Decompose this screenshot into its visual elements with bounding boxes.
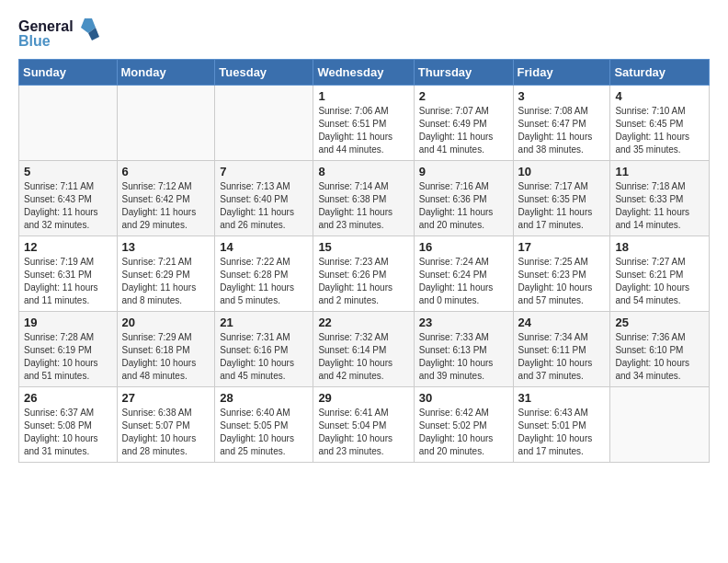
day-number: 31: [518, 391, 606, 405]
calendar-cell: 27Sunrise: 6:38 AMSunset: 5:07 PMDayligh…: [117, 387, 215, 463]
day-number: 29: [318, 391, 408, 405]
logo: General Blue: [18, 15, 101, 52]
calendar-cell: 17Sunrise: 7:25 AMSunset: 6:23 PMDayligh…: [513, 236, 610, 312]
day-number: 19: [24, 316, 112, 329]
calendar-table: SundayMondayTuesdayWednesdayThursdayFrid…: [18, 59, 710, 463]
day-number: 20: [122, 316, 210, 329]
day-info: Sunrise: 7:14 AMSunset: 6:38 PMDaylight:…: [318, 180, 408, 232]
calendar-cell: 26Sunrise: 6:37 AMSunset: 5:08 PMDayligh…: [19, 387, 118, 463]
day-number: 4: [615, 89, 704, 103]
calendar-cell: 30Sunrise: 6:42 AMSunset: 5:02 PMDayligh…: [414, 387, 513, 463]
day-header-wednesday: Wednesday: [313, 60, 414, 86]
calendar-cell: 28Sunrise: 6:40 AMSunset: 5:05 PMDayligh…: [215, 387, 313, 463]
day-info: Sunrise: 7:10 AMSunset: 6:45 PMDaylight:…: [615, 105, 704, 156]
calendar-cell: [610, 387, 710, 463]
day-number: 5: [24, 165, 112, 178]
day-number: 11: [615, 165, 704, 178]
day-number: 27: [122, 391, 210, 405]
calendar-cell: 29Sunrise: 6:41 AMSunset: 5:04 PMDayligh…: [313, 387, 414, 463]
day-number: 1: [318, 89, 408, 103]
day-number: 16: [419, 240, 508, 254]
calendar-cell: 25Sunrise: 7:36 AMSunset: 6:10 PMDayligh…: [610, 312, 710, 387]
day-number: 28: [220, 391, 308, 405]
day-info: Sunrise: 6:41 AMSunset: 5:04 PMDaylight:…: [318, 407, 408, 458]
calendar-cell: 3Sunrise: 7:08 AMSunset: 6:47 PMDaylight…: [513, 86, 610, 161]
day-info: Sunrise: 6:42 AMSunset: 5:02 PMDaylight:…: [419, 407, 508, 458]
day-info: Sunrise: 7:16 AMSunset: 6:36 PMDaylight:…: [419, 180, 508, 232]
day-info: Sunrise: 7:32 AMSunset: 6:14 PMDaylight:…: [318, 331, 408, 383]
calendar-cell: 31Sunrise: 6:43 AMSunset: 5:01 PMDayligh…: [513, 387, 610, 463]
calendar-week-row: 19Sunrise: 7:28 AMSunset: 6:19 PMDayligh…: [19, 312, 710, 387]
svg-text:General: General: [18, 18, 74, 34]
calendar-cell: 22Sunrise: 7:32 AMSunset: 6:14 PMDayligh…: [313, 312, 414, 387]
day-number: 13: [122, 240, 210, 254]
day-info: Sunrise: 7:06 AMSunset: 6:51 PMDaylight:…: [318, 105, 408, 156]
calendar-cell: 23Sunrise: 7:33 AMSunset: 6:13 PMDayligh…: [414, 312, 513, 387]
day-number: 22: [318, 316, 408, 329]
day-info: Sunrise: 6:37 AMSunset: 5:08 PMDaylight:…: [24, 407, 112, 458]
day-info: Sunrise: 6:38 AMSunset: 5:07 PMDaylight:…: [122, 407, 210, 458]
day-info: Sunrise: 7:33 AMSunset: 6:13 PMDaylight:…: [419, 331, 508, 383]
day-number: 10: [518, 165, 606, 178]
calendar-cell: 9Sunrise: 7:16 AMSunset: 6:36 PMDaylight…: [414, 161, 513, 236]
day-info: Sunrise: 7:24 AMSunset: 6:24 PMDaylight:…: [419, 256, 508, 307]
calendar-week-row: 26Sunrise: 6:37 AMSunset: 5:08 PMDayligh…: [19, 387, 710, 463]
calendar-week-row: 5Sunrise: 7:11 AMSunset: 6:43 PMDaylight…: [19, 161, 710, 236]
day-number: 23: [419, 316, 508, 329]
calendar-cell: 24Sunrise: 7:34 AMSunset: 6:11 PMDayligh…: [513, 312, 610, 387]
day-number: 30: [419, 391, 508, 405]
calendar-cell: 5Sunrise: 7:11 AMSunset: 6:43 PMDaylight…: [19, 161, 118, 236]
day-info: Sunrise: 7:29 AMSunset: 6:18 PMDaylight:…: [122, 331, 210, 383]
day-info: Sunrise: 7:08 AMSunset: 6:47 PMDaylight:…: [518, 105, 606, 156]
day-header-monday: Monday: [117, 60, 215, 86]
day-info: Sunrise: 7:17 AMSunset: 6:35 PMDaylight:…: [518, 180, 606, 232]
day-info: Sunrise: 7:18 AMSunset: 6:33 PMDaylight:…: [615, 180, 704, 232]
day-header-thursday: Thursday: [414, 60, 513, 86]
header: General Blue: [18, 15, 710, 52]
day-info: Sunrise: 6:43 AMSunset: 5:01 PMDaylight:…: [518, 407, 606, 458]
day-number: 21: [220, 316, 308, 329]
day-number: 12: [24, 240, 112, 254]
calendar-page: General Blue SundayMondayTuesdayWednesda…: [0, 0, 728, 481]
calendar-cell: 18Sunrise: 7:27 AMSunset: 6:21 PMDayligh…: [610, 236, 710, 312]
day-info: Sunrise: 7:28 AMSunset: 6:19 PMDaylight:…: [24, 331, 112, 383]
calendar-cell: 19Sunrise: 7:28 AMSunset: 6:19 PMDayligh…: [19, 312, 118, 387]
calendar-week-row: 1Sunrise: 7:06 AMSunset: 6:51 PMDaylight…: [19, 86, 710, 161]
calendar-cell: 16Sunrise: 7:24 AMSunset: 6:24 PMDayligh…: [414, 236, 513, 312]
day-info: Sunrise: 7:22 AMSunset: 6:28 PMDaylight:…: [220, 256, 308, 307]
day-info: Sunrise: 7:23 AMSunset: 6:26 PMDaylight:…: [318, 256, 408, 307]
day-number: 3: [518, 89, 606, 103]
day-number: 24: [518, 316, 606, 329]
day-number: 25: [615, 316, 704, 329]
day-number: 26: [24, 391, 112, 405]
day-header-saturday: Saturday: [610, 60, 710, 86]
day-info: Sunrise: 7:25 AMSunset: 6:23 PMDaylight:…: [518, 256, 606, 307]
calendar-cell: 6Sunrise: 7:12 AMSunset: 6:42 PMDaylight…: [117, 161, 215, 236]
day-header-tuesday: Tuesday: [215, 60, 313, 86]
day-info: Sunrise: 7:11 AMSunset: 6:43 PMDaylight:…: [24, 180, 112, 232]
day-number: 2: [419, 89, 508, 103]
calendar-cell: 20Sunrise: 7:29 AMSunset: 6:18 PMDayligh…: [117, 312, 215, 387]
day-info: Sunrise: 7:12 AMSunset: 6:42 PMDaylight:…: [122, 180, 210, 232]
day-number: 17: [518, 240, 606, 254]
day-info: Sunrise: 7:07 AMSunset: 6:49 PMDaylight:…: [419, 105, 508, 156]
day-number: 15: [318, 240, 408, 254]
calendar-cell: 8Sunrise: 7:14 AMSunset: 6:38 PMDaylight…: [313, 161, 414, 236]
day-info: Sunrise: 7:21 AMSunset: 6:29 PMDaylight:…: [122, 256, 210, 307]
calendar-cell: 1Sunrise: 7:06 AMSunset: 6:51 PMDaylight…: [313, 86, 414, 161]
calendar-cell: [19, 86, 118, 161]
svg-text:Blue: Blue: [18, 33, 51, 49]
calendar-cell: 11Sunrise: 7:18 AMSunset: 6:33 PMDayligh…: [610, 161, 710, 236]
day-number: 9: [419, 165, 508, 178]
calendar-week-row: 12Sunrise: 7:19 AMSunset: 6:31 PMDayligh…: [19, 236, 710, 312]
day-number: 7: [220, 165, 308, 178]
calendar-cell: 10Sunrise: 7:17 AMSunset: 6:35 PMDayligh…: [513, 161, 610, 236]
calendar-cell: 12Sunrise: 7:19 AMSunset: 6:31 PMDayligh…: [19, 236, 118, 312]
logo-icon: General Blue: [18, 15, 101, 52]
calendar-cell: 4Sunrise: 7:10 AMSunset: 6:45 PMDaylight…: [610, 86, 710, 161]
day-info: Sunrise: 7:31 AMSunset: 6:16 PMDaylight:…: [220, 331, 308, 383]
day-info: Sunrise: 7:34 AMSunset: 6:11 PMDaylight:…: [518, 331, 606, 383]
day-number: 8: [318, 165, 408, 178]
calendar-cell: 13Sunrise: 7:21 AMSunset: 6:29 PMDayligh…: [117, 236, 215, 312]
calendar-cell: 21Sunrise: 7:31 AMSunset: 6:16 PMDayligh…: [215, 312, 313, 387]
